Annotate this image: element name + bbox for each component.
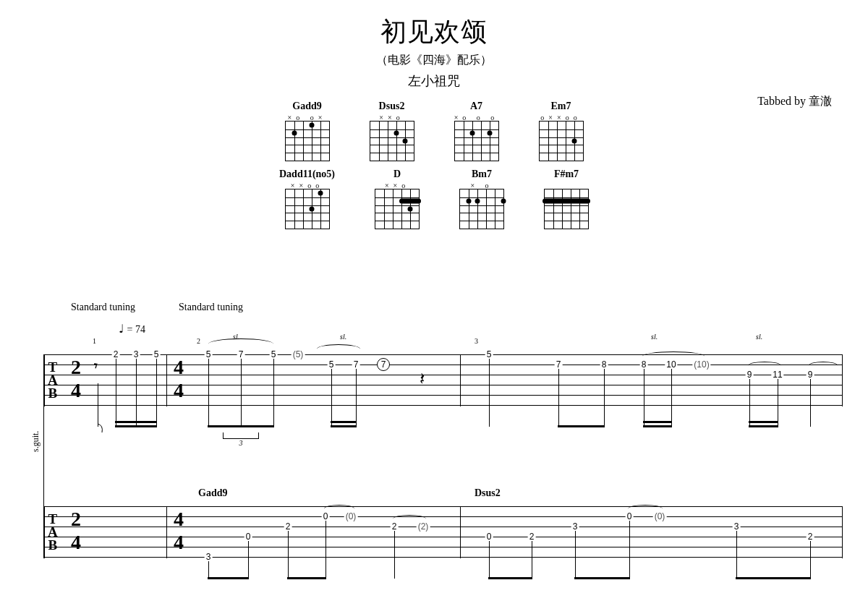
- time-sig-4-4: 4 4: [174, 356, 184, 402]
- chord-grid: [375, 189, 420, 229]
- tuning-label-1: Standard tuning: [71, 302, 135, 313]
- song-composer: 左小祖咒: [0, 72, 868, 90]
- chord-em7: Em7 o××oo: [539, 101, 584, 161]
- slide-label: sl.: [340, 333, 346, 341]
- tsig-num: 2: [71, 356, 81, 379]
- chord-grid: [285, 121, 330, 161]
- fret: 8: [640, 359, 648, 370]
- fret: 2: [284, 521, 292, 532]
- bar-number: 3: [475, 337, 478, 345]
- fret: 7: [237, 349, 245, 359]
- tie-arc: [393, 515, 426, 523]
- fret-ghost: (0): [653, 511, 667, 521]
- chord-dadd11no5: Dadd11(no5) ××oo: [279, 169, 335, 229]
- chord-grid: [454, 121, 499, 161]
- tsig-num: 4: [174, 356, 184, 379]
- fret: 3: [132, 349, 140, 359]
- chord-name: Bm7: [472, 169, 492, 180]
- tie-arc: [628, 505, 663, 513]
- chord-header: × o: [470, 182, 493, 189]
- tuning-label-2: Standard tuning: [179, 302, 243, 313]
- tsig-den: 4: [174, 531, 184, 554]
- song-title: 初见欢颂: [0, 14, 868, 50]
- fret: 5: [205, 349, 213, 359]
- fret: 5: [153, 349, 161, 359]
- chord-name: Dadd11(no5): [279, 169, 335, 180]
- chord-lyric-dsus2: Dsus2: [475, 487, 501, 499]
- chord-header: ××oo: [291, 182, 323, 189]
- chord-grid: [539, 121, 584, 161]
- tsig-num: 2: [71, 508, 81, 531]
- chord-dsus2: Dsus2 ××o: [370, 101, 414, 161]
- bar-number: 1: [93, 337, 96, 345]
- tsig-den: 4: [71, 531, 81, 554]
- tab-staff-1: TAB 2 4 1 𝄾 2 3 5 4 4 2 sl. sl.: [43, 354, 843, 406]
- chord-fsharpm7: F#m7: [544, 169, 589, 229]
- tie-arc: [317, 344, 360, 354]
- tab-staff-2: TAB 2 4 4 4 Gadd9 Dsus2 3 0 2 0 (0) 2 (2…: [43, 506, 843, 558]
- fret: 2: [112, 349, 120, 359]
- fret: 5: [328, 359, 336, 370]
- system-brace-line: [43, 354, 44, 557]
- fret: 2: [391, 521, 399, 532]
- chord-grid: [370, 121, 414, 161]
- chord-a7: A7 ×o o o: [454, 101, 499, 161]
- fret: 3: [733, 521, 741, 532]
- time-sig-2-4: 2 4: [71, 508, 81, 554]
- chord-grid: [285, 189, 330, 229]
- chord-name: Dsus2: [379, 101, 405, 112]
- chord-name: A7: [470, 101, 482, 112]
- chord-header: ××o: [385, 182, 409, 189]
- instrument-label: s.guit.: [30, 431, 41, 452]
- chord-name: D: [393, 169, 401, 180]
- fret: 5: [485, 349, 493, 359]
- tabbed-by: Tabbed by 童澈: [757, 94, 832, 109]
- fret-ghost: (0): [344, 511, 358, 521]
- tab-clef: TAB: [48, 361, 58, 400]
- chord-grid: [544, 189, 589, 229]
- tempo-eq: =: [124, 324, 135, 335]
- fret-ghost: (5): [292, 349, 305, 359]
- chord-lyric-gadd9: Gadd9: [198, 487, 227, 499]
- slide-label: sl.: [756, 333, 762, 341]
- chord-header: ××o: [379, 114, 404, 121]
- fret: 8: [600, 359, 608, 370]
- fret: 3: [571, 521, 579, 532]
- fret: 2: [807, 532, 814, 542]
- tie-arc: [208, 338, 273, 349]
- chord-header: ×o o o: [454, 114, 499, 121]
- triplet-number: 3: [223, 439, 259, 447]
- tempo-marking: ♩ = 74: [119, 322, 145, 336]
- chord-bm7: Bm7 × o: [459, 169, 504, 229]
- time-sig-2-4: 2 4: [71, 356, 81, 402]
- chord-grid: [459, 189, 504, 229]
- fret: 5: [270, 349, 278, 359]
- chord-name: Em7: [551, 101, 571, 112]
- chord-header: o××oo: [540, 114, 581, 121]
- quarter-note-icon: ♩: [119, 323, 124, 335]
- fret: 11: [771, 370, 783, 380]
- song-subtitle: （电影《四海》配乐）: [0, 53, 868, 68]
- tab-clef: TAB: [48, 513, 58, 552]
- fret: 0: [626, 511, 634, 521]
- fret: 9: [807, 370, 814, 380]
- chord-diagrams: Gadd9 ×o o× Dsus2 ××o A7 ×o o o: [0, 101, 868, 229]
- tsig-num: 4: [174, 508, 184, 531]
- slide-label: sl.: [651, 333, 658, 341]
- chord-name: Gadd9: [292, 101, 321, 112]
- tempo-value: 74: [135, 324, 145, 335]
- tie-arc: [324, 505, 354, 513]
- fret: 7: [352, 359, 360, 370]
- fret-circled: 7: [377, 358, 390, 371]
- chord-header: ×o o×: [288, 114, 327, 121]
- chord-gadd9: Gadd9 ×o o×: [285, 101, 330, 161]
- fret-ghost: (10): [692, 359, 710, 370]
- fret: 2: [528, 532, 536, 542]
- time-sig-4-4: 4 4: [174, 508, 184, 554]
- tsig-den: 4: [174, 379, 184, 402]
- fret: 10: [665, 359, 677, 370]
- fret: 3: [205, 552, 213, 562]
- tsig-den: 4: [71, 379, 81, 402]
- fret: 7: [555, 359, 563, 370]
- chord-d: D ××o: [375, 169, 420, 229]
